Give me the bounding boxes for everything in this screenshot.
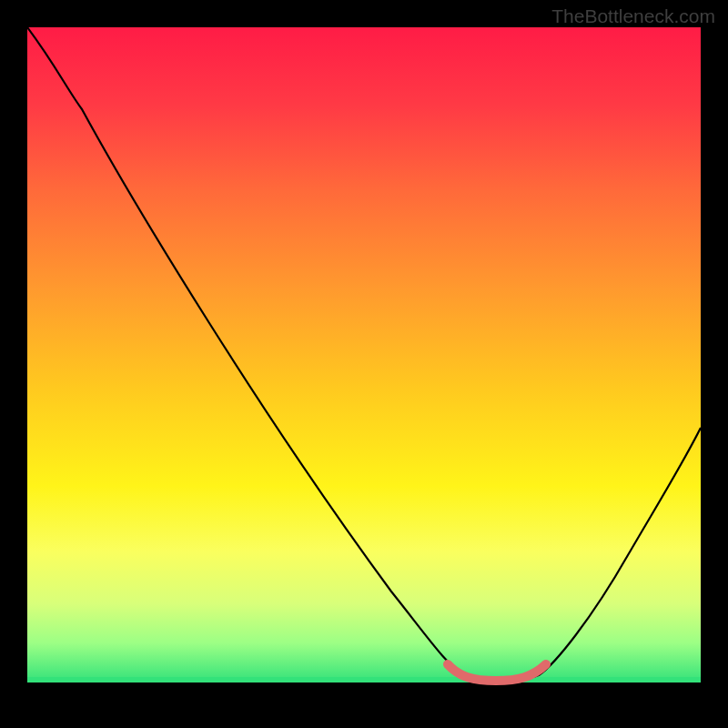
- watermark-text: TheBottleneck.com: [551, 5, 715, 27]
- chart-frame: [27, 27, 701, 701]
- bottleneck-curve-line: [27, 27, 701, 680]
- plot-area: [27, 27, 701, 701]
- optimal-zone-highlight: [448, 664, 546, 681]
- chart-svg: [27, 27, 701, 701]
